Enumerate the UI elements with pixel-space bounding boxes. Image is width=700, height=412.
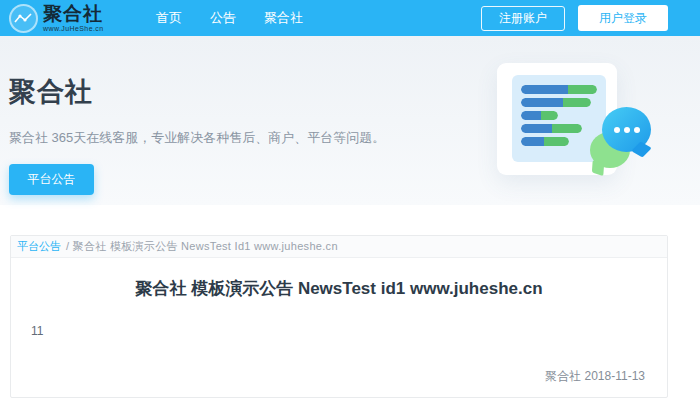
brand-text: 聚合社 www.JuHeShe.cn (43, 4, 103, 32)
chat-bubble-blue-icon (602, 107, 651, 152)
breadcrumb-trail: / 聚合社 模板演示公告 NewsTest Id1 www.juheshe.cn (66, 239, 338, 254)
breadcrumb-link-platform-announcements[interactable]: 平台公告 (17, 239, 61, 254)
main-nav: 首页 公告 聚合社 (142, 0, 317, 36)
announcement-author-date: 聚合社 2018-11-13 (11, 368, 667, 385)
hero-section: 聚合社 聚合社 365天在线客服，专业解决各种售后、商户、平台等问题。 平台公告 (0, 36, 700, 205)
line-chart-icon (9, 4, 38, 33)
brand-logo[interactable]: 聚合社 www.JuHeShe.cn (0, 4, 132, 33)
login-button[interactable]: 用户登录 (578, 5, 668, 31)
typing-dot (634, 127, 640, 133)
navbar: 聚合社 www.JuHeShe.cn 首页 公告 聚合社 注册账户 用户登录 (0, 0, 700, 36)
typing-dot (624, 127, 630, 133)
announcement-body: 11 (31, 324, 667, 338)
nav-item-announcements[interactable]: 公告 (196, 0, 250, 36)
hero-illustration (497, 63, 662, 213)
doc-bar-row (521, 98, 591, 107)
platform-announcements-button[interactable]: 平台公告 (9, 164, 94, 195)
register-button[interactable]: 注册账户 (481, 6, 565, 31)
brand-domain: www.JuHeShe.cn (43, 25, 103, 32)
typing-dot (614, 127, 620, 133)
brand-name: 聚合社 (43, 4, 103, 23)
doc-bar-row (521, 85, 597, 94)
doc-bar-row (521, 124, 582, 133)
nav-item-home[interactable]: 首页 (142, 0, 196, 36)
breadcrumb: 平台公告 / 聚合社 模板演示公告 NewsTest Id1 www.juhes… (11, 236, 667, 258)
nav-actions: 注册账户 用户登录 (481, 5, 668, 31)
doc-bar-row (521, 137, 569, 146)
announcement-card: 平台公告 / 聚合社 模板演示公告 NewsTest Id1 www.juhes… (10, 235, 668, 398)
announcement-title: 聚合社 模板演示公告 NewsTest id1 www.juheshe.cn (11, 277, 667, 300)
doc-bar-row (521, 111, 558, 120)
nav-item-juheshe[interactable]: 聚合社 (250, 0, 317, 36)
